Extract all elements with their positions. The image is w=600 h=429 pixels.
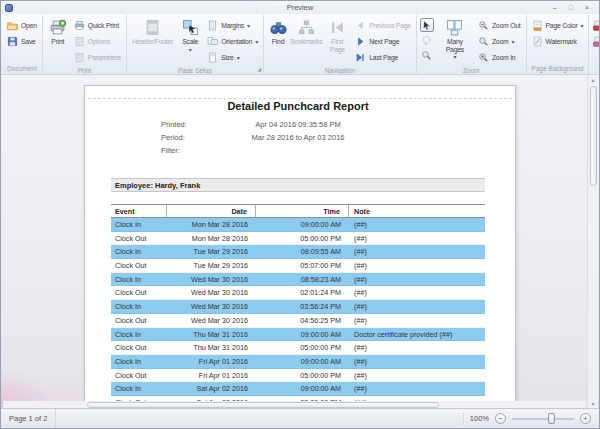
find-button[interactable]: Find (267, 17, 289, 65)
print-button[interactable]: Print (46, 17, 70, 65)
cell-note: (##) (349, 245, 485, 258)
cell-event: Clock In (111, 300, 167, 313)
orientation-button[interactable]: Orientation ▾ (205, 34, 260, 49)
filter-row: Filter: (111, 144, 485, 157)
employee-group-header: Employee: Hardy, Frank (111, 178, 485, 192)
cell-event: Clock Out (111, 259, 167, 272)
group-label-document: Document (2, 63, 42, 74)
group-label-page-background: Page Background (527, 63, 589, 74)
horizontal-scrollbar-thumb[interactable] (87, 402, 439, 408)
options-button: Options (72, 34, 123, 49)
cell-date: Thu Mar 31 2016 (167, 341, 256, 354)
header-footer-icon (144, 19, 161, 36)
send-document-button[interactable]: ▾ (592, 34, 600, 49)
window-title: Preview (1, 3, 599, 12)
punchcard-table: Event Date Time Note Clock In Mon Mar 28… (111, 204, 485, 410)
zoom-out-button[interactable]: Zoom Out (476, 18, 523, 33)
zoom-in-button[interactable]: Zoom In (476, 50, 523, 65)
scroll-up-icon[interactable]: ▲ (588, 76, 598, 85)
vertical-scrollbar[interactable]: ▲ ▼ (587, 76, 598, 409)
first-page-button: First Page (324, 17, 352, 65)
close-button[interactable]: × (585, 1, 589, 14)
quick-print-button[interactable]: Quick Print (72, 18, 123, 33)
maximize-button[interactable]: □ (569, 1, 573, 14)
group-label-page-setup: Page Setup (127, 65, 263, 74)
group-label-navigation: Navigation (264, 65, 416, 74)
cell-time: 09:00:00 AM (256, 355, 349, 368)
cell-event: Clock In (111, 218, 167, 231)
cell-event: Clock In (111, 355, 167, 368)
zoom-slider-track (512, 418, 574, 420)
period-row: Period: Mar 28 2016 to Apr 03 2016 (111, 131, 485, 144)
zoom-out-slider-button[interactable]: − (495, 413, 506, 424)
cell-note: (##) (349, 355, 485, 368)
statusbar-separator (463, 413, 464, 425)
page-color-dropdown-arrow: ▾ (581, 22, 584, 29)
ribbon-group-zoom: Many Pages ▾ Zoom Out Zoom ▾ Z (417, 15, 527, 74)
table-row: Clock In Wed Mar 30 2016 03:56:24 PM (##… (111, 300, 485, 314)
cell-time: 08:58:23 AM (256, 273, 349, 286)
first-page-icon (329, 19, 346, 36)
page-indicator: Page 1 of 2 (1, 409, 56, 428)
export-document-button[interactable]: ▾ (592, 18, 600, 33)
printed-value: Apr 04 2016 09:35:58 PM (111, 120, 485, 129)
options-icon (74, 36, 85, 47)
page-setup-dialog-launcher-icon[interactable]: ◢ (257, 67, 261, 72)
folder-open-icon (7, 20, 18, 31)
scale-icon (182, 19, 199, 36)
many-pages-dropdown-arrow: ▾ (453, 53, 456, 60)
column-header-date: Date (167, 205, 256, 217)
zoom-level-text: 100% (470, 414, 489, 423)
cell-note: (##) (349, 232, 485, 245)
cell-event: Clock Out (111, 232, 167, 245)
export-document-icon (592, 20, 600, 32)
next-page-button[interactable]: Next Page (353, 34, 413, 49)
preview-window: Preview – □ × Open Save (0, 0, 600, 429)
zoom-in-slider-button[interactable]: + (580, 413, 591, 424)
group-label-print: Print (43, 65, 126, 74)
last-page-icon (355, 52, 366, 63)
open-button[interactable]: Open (5, 18, 39, 33)
cell-time: 05:00:00 PM (256, 232, 349, 245)
magnifier-tool-button[interactable] (420, 48, 434, 62)
group-label-export: Export (589, 65, 600, 74)
zoom-out-icon (478, 20, 489, 31)
report-page: Detailed Punchcard Report Printed: Apr 0… (84, 85, 516, 410)
titlebar: Preview – □ × (1, 1, 599, 14)
many-pages-button[interactable]: Many Pages ▾ (436, 17, 474, 65)
size-button[interactable]: Size ▾ (205, 50, 260, 65)
save-button[interactable]: Save (5, 34, 39, 49)
table-row: Clock Out Wed Mar 30 2016 02:01:24 PM (#… (111, 286, 485, 300)
zoom-slider-thumb[interactable] (548, 413, 555, 424)
cell-time: 02:01:24 PM (256, 286, 349, 299)
many-pages-icon (446, 19, 463, 36)
scale-button[interactable]: Scale ▾ (177, 17, 203, 65)
table-row: Clock In Fri Apr 01 2016 09:00:00 AM (##… (111, 355, 485, 369)
table-row: Clock In Sat Apr 02 2016 09:00:00 AM (##… (111, 382, 485, 396)
pointer-tool-button[interactable] (420, 18, 434, 32)
cell-event: Clock Out (111, 369, 167, 382)
cell-date: Wed Mar 30 2016 (167, 273, 256, 286)
cell-date: Wed Mar 30 2016 (167, 300, 256, 313)
zoom-slider[interactable] (512, 413, 574, 424)
cell-date: Mon Mar 28 2016 (167, 218, 256, 231)
ribbon-group-page-setup: Header/Footer Scale ▾ Margins ▾ Orient (127, 15, 264, 74)
cell-time: 05:00:00 PM (256, 369, 349, 382)
parameters-button: Parameters (72, 50, 123, 65)
binoculars-icon (270, 19, 287, 36)
zoom-button[interactable]: Zoom ▾ (476, 34, 523, 49)
watermark-button[interactable]: Watermark (530, 34, 586, 49)
minimize-button[interactable]: – (553, 1, 557, 14)
pointer-cursor-icon (421, 20, 432, 31)
table-row: Clock Out Thu Mar 31 2016 05:00:00 PM (#… (111, 341, 485, 355)
cell-note: (##) (349, 369, 485, 382)
lasso-icon (421, 35, 432, 46)
margins-button[interactable]: Margins ▾ (205, 18, 260, 33)
pan-tool-button[interactable] (420, 33, 434, 47)
page-color-button[interactable]: Page Color ▾ (530, 18, 586, 33)
vertical-scrollbar-thumb[interactable] (590, 86, 597, 186)
page-color-icon (532, 20, 543, 31)
last-page-button[interactable]: Last Page (353, 50, 413, 65)
ribbon-group-page-background: Page Color ▾ Watermark Page Background (527, 15, 590, 74)
ribbon: Open Save Document Print (1, 14, 599, 75)
